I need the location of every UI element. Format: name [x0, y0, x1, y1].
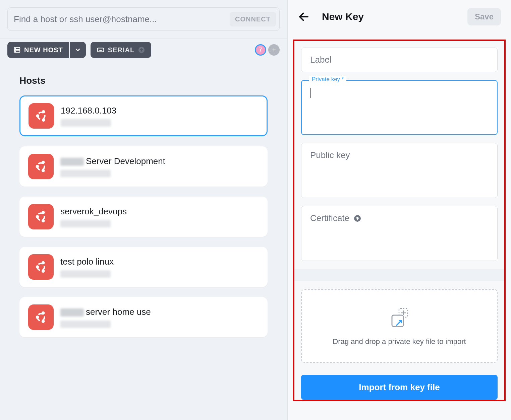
host-card[interactable]: Server Development	[19, 146, 268, 187]
label-field-wrap: Label	[301, 48, 498, 72]
host-name: test polo linux	[60, 257, 114, 267]
ubuntu-icon	[28, 154, 54, 179]
hosts-heading: Hosts	[19, 75, 268, 86]
highlighted-form-area: Label Private key * Public key	[293, 40, 506, 401]
key-file-dropzone[interactable]: Drag and drop a private key file to impo…	[301, 289, 498, 363]
host-card[interactable]: test polo linux	[19, 247, 268, 287]
arrow-up-circle-icon	[353, 214, 361, 222]
host-card[interactable]: server home use	[19, 297, 268, 337]
server-icon	[13, 46, 21, 54]
import-from-file-button[interactable]: Import from key file	[301, 375, 498, 400]
host-subtext-blurred	[60, 170, 111, 177]
certificate-textarea[interactable]: Certificate	[301, 206, 498, 261]
svg-point-3	[15, 51, 16, 51]
public-key-placeholder: Public key	[310, 150, 489, 160]
serial-button[interactable]: SERIAL	[91, 42, 151, 58]
host-name: 192.168.0.103	[61, 106, 116, 116]
certificate-placeholder: Certificate	[310, 213, 349, 223]
search-bar: CONNECT	[7, 7, 280, 31]
host-name: server home use	[60, 307, 151, 317]
host-card[interactable]: serverok_devops	[19, 197, 268, 237]
host-subtext-blurred	[60, 321, 111, 328]
ubuntu-icon	[29, 103, 54, 129]
private-key-label: Private key *	[309, 76, 346, 83]
sync-badge-count: 7	[259, 47, 262, 53]
connect-button[interactable]: CONNECT	[230, 12, 276, 26]
ubuntu-icon	[28, 304, 54, 330]
panel-title: New Key	[322, 11, 364, 22]
certificate-field-wrap: Certificate	[301, 206, 498, 261]
private-key-field-wrap: Private key *	[301, 80, 498, 135]
arrow-left-icon	[298, 11, 310, 23]
sync-badge[interactable]: 7	[255, 44, 266, 56]
import-file-icon	[387, 306, 411, 330]
ubuntu-icon	[28, 254, 54, 280]
private-key-textarea[interactable]	[301, 80, 498, 135]
svg-rect-4	[98, 48, 104, 52]
host-name: serverok_devops	[60, 206, 127, 217]
public-key-textarea[interactable]: Public key	[301, 143, 498, 198]
new-host-button[interactable]: NEW HOST	[7, 42, 69, 58]
chevron-down-icon	[74, 47, 81, 53]
ubuntu-icon	[28, 204, 54, 229]
add-badge[interactable]	[268, 44, 280, 56]
panel-header: New Key Save	[288, 0, 511, 33]
public-key-field-wrap: Public key	[301, 143, 498, 198]
svg-point-2	[15, 48, 16, 49]
new-host-label: NEW HOST	[24, 46, 63, 54]
section-divider	[294, 269, 504, 281]
back-button[interactable]	[296, 9, 311, 24]
new-host-dropdown[interactable]	[70, 42, 86, 58]
toolbar: NEW HOST SERIAL	[0, 38, 287, 65]
host-name: Server Development	[60, 156, 165, 166]
text-caret	[310, 88, 311, 98]
serial-label: SERIAL	[108, 46, 134, 54]
dropzone-text: Drag and drop a private key file to impo…	[333, 337, 466, 346]
host-card[interactable]: 192.168.0.103	[19, 95, 268, 136]
host-subtext-blurred	[60, 220, 111, 227]
label-input[interactable]: Label	[301, 48, 498, 72]
label-placeholder: Label	[310, 55, 489, 65]
search-input[interactable]	[14, 14, 230, 24]
host-subtext-blurred	[60, 270, 111, 278]
save-button[interactable]: Save	[467, 8, 501, 25]
keyboard-icon	[97, 46, 105, 54]
plus-icon	[272, 48, 276, 52]
host-subtext-blurred	[61, 119, 111, 127]
arrow-up-circle-icon	[138, 46, 145, 54]
